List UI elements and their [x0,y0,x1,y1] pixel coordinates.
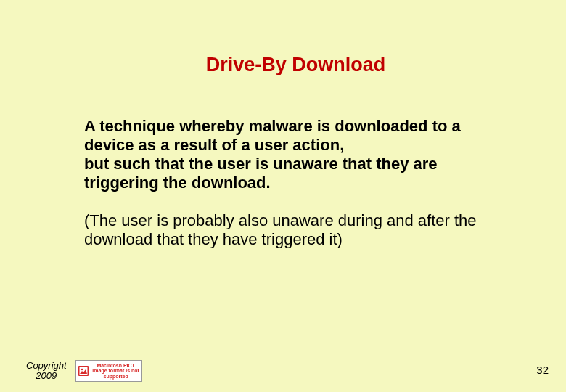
copyright-label: Copyright 2009 [26,361,67,382]
copyright-line2: 2009 [36,370,57,381]
svg-point-2 [81,369,83,371]
footer: Copyright 2009 Macintosh PICT image form… [26,360,142,382]
slide: Drive-By Download A technique whereby ma… [0,0,566,392]
slide-title: Drive-By Download [0,0,566,76]
slide-body: A technique whereby malware is downloade… [0,76,566,249]
broken-image-text: Macintosh PICT image format is not suppo… [92,363,140,379]
broken-image-placeholder: Macintosh PICT image format is not suppo… [75,360,142,382]
broken-image-icon [78,365,89,377]
note-paragraph: (The user is probably also unaware durin… [84,211,501,249]
copyright-line1: Copyright [26,360,67,371]
page-number: 32 [536,364,549,376]
definition-paragraph: A technique whereby malware is downloade… [84,117,501,192]
